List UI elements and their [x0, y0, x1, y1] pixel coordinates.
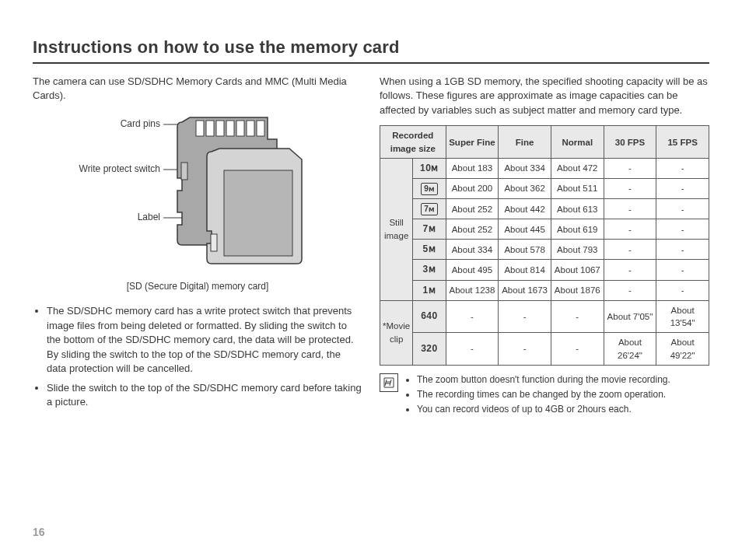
data-cell: About 334 [499, 159, 551, 179]
data-cell: - [604, 199, 656, 219]
data-cell: About 445 [499, 219, 551, 240]
svg-rect-3 [196, 121, 204, 136]
data-cell: About 814 [499, 260, 551, 280]
data-cell: About 252 [446, 219, 499, 240]
svg-rect-8 [247, 121, 254, 136]
data-cell: - [656, 260, 709, 280]
data-cell: About 1067 [551, 260, 604, 280]
sd-card-diagram: Card pins Write protect switch Label [33, 111, 362, 293]
th-fine: Fine [499, 126, 551, 159]
svg-rect-6 [226, 121, 234, 136]
data-cell: About 49'22" [656, 333, 709, 366]
data-cell: About 495 [446, 260, 499, 280]
data-cell: - [656, 240, 709, 260]
sd-card-front-icon [207, 149, 302, 264]
data-cell: - [604, 240, 656, 260]
label-write-protect: Write protect switch [79, 163, 160, 174]
data-cell: About 252 [446, 199, 499, 219]
svg-rect-5 [216, 121, 224, 136]
svg-rect-12 [211, 234, 217, 251]
th-super-fine: Super Fine [446, 126, 499, 159]
svg-rect-4 [206, 121, 214, 136]
title-bar: Instructions on how to use the memory ca… [33, 37, 709, 64]
notes-block: The zoom button doesn't function during … [380, 373, 709, 418]
data-cell: About 613 [551, 199, 604, 219]
list-item: Slide the switch to the top of the SD/SD… [47, 381, 362, 410]
data-cell: - [604, 260, 656, 280]
data-cell: About 619 [551, 219, 604, 240]
size-cell: 10ᴍ [413, 159, 446, 179]
table-row: 7ᴍAbout 252About 445About 619-- [380, 219, 709, 240]
data-cell: - [446, 333, 499, 366]
page-number: 16 [33, 526, 45, 538]
size-cell: 5ᴍ [413, 240, 446, 260]
data-cell: - [604, 179, 656, 199]
data-cell: About 7'05" [604, 300, 656, 333]
data-cell: - [604, 280, 656, 300]
label-label: Label [138, 212, 160, 222]
data-cell: About 1673 [499, 280, 551, 300]
size-cell: 1ᴍ [413, 280, 446, 300]
data-cell: - [656, 159, 709, 179]
data-cell: About 442 [499, 199, 551, 219]
data-cell: About 793 [551, 240, 604, 260]
data-cell: About 511 [551, 179, 604, 199]
data-cell: About 334 [446, 240, 499, 260]
group-movie-clip: *Movie clip [380, 300, 413, 365]
data-cell: - [656, 179, 709, 199]
note-icon [380, 373, 398, 392]
table-row: 7ᴍAbout 252About 442About 613-- [380, 199, 709, 219]
data-cell: - [656, 280, 709, 300]
svg-rect-10 [181, 163, 187, 180]
capacity-table: Recorded image size Super Fine Fine Norm… [380, 125, 709, 366]
data-cell: About 362 [499, 179, 551, 199]
data-cell: About 183 [446, 159, 499, 179]
data-cell: - [446, 300, 499, 333]
list-item: The zoom button doesn't function during … [417, 373, 670, 387]
table-row: 1ᴍAbout 1238About 1673About 1876-- [380, 280, 709, 300]
data-cell: - [499, 300, 551, 333]
diagram-caption: [SD (Secure Digital) memory card] [33, 280, 362, 293]
th-normal: Normal [551, 126, 604, 159]
th-15fps: 15 FPS [656, 126, 709, 159]
data-cell: About 200 [446, 179, 499, 199]
size-cell: 9ᴍ [413, 179, 446, 199]
th-30fps: 30 FPS [604, 126, 656, 159]
data-cell: - [499, 333, 551, 366]
notes-list: The zoom button doesn't function during … [404, 373, 670, 418]
list-item: The recording times can be changed by th… [417, 388, 670, 401]
data-cell: - [604, 159, 656, 179]
left-bullet-list: The SD/SDHC memory card has a write prot… [33, 304, 362, 409]
list-item: The SD/SDHC memory card has a write prot… [47, 304, 362, 376]
right-column: When using a 1GB SD memory, the specifie… [380, 75, 709, 418]
table-row: 5ᴍAbout 334About 578About 793-- [380, 240, 709, 260]
group-still-image: Still image [380, 159, 413, 301]
data-cell: About 1876 [551, 280, 604, 300]
data-cell: - [604, 219, 656, 240]
table-row: 3ᴍAbout 495About 814About 1067-- [380, 260, 709, 280]
table-row: Still image10ᴍAbout 183About 334About 47… [380, 159, 709, 179]
data-cell: About 26'24" [604, 333, 656, 366]
data-cell: - [656, 199, 709, 219]
data-cell: - [551, 300, 604, 333]
svg-rect-7 [236, 121, 244, 136]
size-cell: 7ᴍ [413, 199, 446, 219]
data-cell: About 13'54" [656, 300, 709, 333]
list-item: You can record videos of up to 4GB or 2h… [417, 403, 670, 416]
table-row: 320---About 26'24"About 49'22" [380, 333, 709, 366]
size-cell: 320 [413, 333, 446, 366]
sd-card-svg: Card pins Write protect switch Label [65, 111, 330, 275]
size-cell: 7ᴍ [413, 219, 446, 240]
size-cell: 640 [413, 300, 446, 333]
right-intro: When using a 1GB SD memory, the specifie… [380, 75, 709, 117]
size-cell: 3ᴍ [413, 260, 446, 280]
svg-rect-9 [257, 121, 264, 136]
data-cell: About 578 [499, 240, 551, 260]
data-cell: About 472 [551, 159, 604, 179]
table-row: 9ᴍAbout 200About 362About 511-- [380, 179, 709, 199]
page-title: Instructions on how to use the memory ca… [33, 37, 709, 58]
data-cell: - [551, 333, 604, 366]
data-cell: - [656, 219, 709, 240]
left-intro: The camera can use SD/SDHC Memory Cards … [33, 75, 362, 103]
table-row: *Movie clip640---About 7'05"About 13'54" [380, 300, 709, 333]
